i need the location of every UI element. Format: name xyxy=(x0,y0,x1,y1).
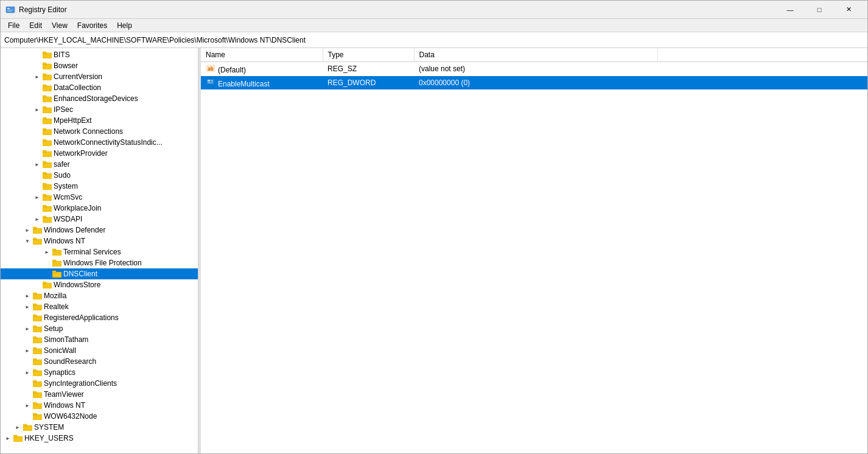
tree-item-windowsnt[interactable]: ▼ Windows NT xyxy=(1,236,198,246)
tree-label-mpehttpext: MpeHttpExt xyxy=(54,115,92,126)
tree-item-wcmsvc[interactable]: ► WcmSvc xyxy=(1,192,198,203)
expand-arrow-windowsnt[interactable]: ▼ xyxy=(23,236,32,246)
tree-item-workplacejoin[interactable]: WorkplaceJoin xyxy=(1,203,198,214)
tree-item-wow6432node[interactable]: WOW6432Node xyxy=(1,411,198,422)
folder-icon-enhancedstoragedevices xyxy=(42,94,52,103)
tree-item-synaptics[interactable]: ► Synaptics xyxy=(1,367,198,378)
tree-item-dnsclient[interactable]: DNSClient xyxy=(1,268,198,279)
tree-item-system[interactable]: System xyxy=(1,181,198,192)
tree-label-wcmsvc: WcmSvc xyxy=(54,192,82,203)
detail-row-default[interactable]: ab (Default)REG_SZ(value not set) xyxy=(201,62,867,76)
folder-icon-setup xyxy=(32,324,42,333)
expand-arrow-setup[interactable]: ► xyxy=(23,324,32,334)
tree-label-soundresearch: SoundResearch xyxy=(44,356,96,367)
expand-arrow-system2[interactable]: ► xyxy=(13,422,23,432)
col-name[interactable]: Name xyxy=(201,48,323,62)
folder-icon-terminalservices xyxy=(52,248,61,256)
menu-edit[interactable]: Edit xyxy=(24,20,47,31)
tree-item-currentversion[interactable]: ► CurrentVersion xyxy=(1,71,198,82)
folder-icon-wow6432node xyxy=(32,412,42,421)
tree-pane[interactable]: BITS Bowser► CurrentVersion DataCollecti… xyxy=(1,48,198,453)
col-data[interactable]: Data xyxy=(414,48,657,62)
folder-icon-mpehttpext xyxy=(42,116,52,125)
tree-item-mpehttpext[interactable]: MpeHttpExt xyxy=(1,115,198,126)
folder-icon-synaptics xyxy=(32,368,42,377)
tree-label-sonicwall: SonicWall xyxy=(44,345,76,356)
expand-arrow-mozilla[interactable]: ► xyxy=(23,291,32,301)
close-button[interactable]: ✕ xyxy=(835,1,863,19)
detail-header-row: Name Type Data xyxy=(201,48,867,62)
tree-item-bowser[interactable]: Bowser xyxy=(1,60,198,71)
tree-label-registeredapplications: RegisteredApplications xyxy=(44,312,119,323)
folder-icon-wcmsvc xyxy=(42,193,52,201)
expand-arrow-wow6432node xyxy=(23,411,32,421)
tree-item-setup[interactable]: ► Setup xyxy=(1,323,198,334)
tree-item-wsdapi[interactable]: ► WSDAPI xyxy=(1,214,198,225)
expand-arrow-wcmsvc[interactable]: ► xyxy=(32,192,42,202)
tree-item-system2[interactable]: ► SYSTEM xyxy=(1,422,198,433)
expand-arrow-syncintegrationclients xyxy=(23,379,32,388)
menu-file[interactable]: File xyxy=(3,20,24,31)
tree-item-terminalservices[interactable]: ► Terminal Services xyxy=(1,246,198,257)
tree-item-networkconnectivitystatusindicator[interactable]: NetworkConnectivityStatusIndic... xyxy=(1,137,198,148)
menu-view[interactable]: View xyxy=(47,20,72,31)
tree-label-workplacejoin: WorkplaceJoin xyxy=(54,203,101,214)
main-window: Registry Editor — □ ✕ File Edit View Fav… xyxy=(0,0,868,454)
detail-cell-empty-default xyxy=(657,62,867,76)
expand-arrow-currentversion[interactable]: ► xyxy=(32,72,42,82)
detail-cell-data-default: (value not set) xyxy=(414,62,657,76)
tree-item-windowsstore[interactable]: WindowsStore xyxy=(1,279,198,290)
detail-row-enablemulticast[interactable]: EnableMulticastREG_DWORD0x00000000 (0) xyxy=(201,76,867,90)
svg-rect-48 xyxy=(43,205,46,207)
expand-arrow-synaptics[interactable]: ► xyxy=(23,368,32,377)
expand-arrow-realtek[interactable]: ► xyxy=(23,302,32,312)
expand-arrow-ipsec[interactable]: ► xyxy=(32,105,42,114)
expand-arrow-terminalservices[interactable]: ► xyxy=(42,247,52,257)
tree-item-datacollection[interactable]: DataCollection xyxy=(1,82,198,93)
expand-arrow-sonicwall[interactable]: ► xyxy=(23,346,32,355)
tree-item-sudo[interactable]: Sudo xyxy=(1,170,198,181)
tree-item-networkconnections[interactable]: Network Connections xyxy=(1,126,198,137)
tree-item-bits[interactable]: BITS xyxy=(1,49,198,60)
folder-icon-currentversion xyxy=(42,72,52,81)
tree-item-teamviewer[interactable]: TeamViewer xyxy=(1,389,198,400)
tree-item-hkeyusers[interactable]: ► HKEY_USERS xyxy=(1,433,198,444)
expand-arrow-safer[interactable]: ► xyxy=(32,159,42,169)
svg-rect-75 xyxy=(33,304,37,306)
tree-item-sonicwall[interactable]: ► SonicWall xyxy=(1,345,198,356)
col-type[interactable]: Type xyxy=(323,48,414,62)
expand-arrow-windowsdefender[interactable]: ► xyxy=(23,225,32,235)
tree-item-mozilla[interactable]: ► Mozilla xyxy=(1,290,198,301)
tree-item-enhancedstoragedevices[interactable]: EnhancedStorageDevices xyxy=(1,93,198,104)
minimize-button[interactable]: — xyxy=(776,1,804,19)
tree-item-simontatham[interactable]: SimonTatham xyxy=(1,334,198,345)
tree-item-windowsdefender[interactable]: ► Windows Defender xyxy=(1,225,198,236)
tree-item-registeredapplications[interactable]: RegisteredApplications xyxy=(1,312,198,323)
tree-item-safer[interactable]: ► safer xyxy=(1,159,198,170)
title-text: Registry Editor xyxy=(19,5,67,14)
tree-item-syncintegrationclients[interactable]: SyncIntegrationClients xyxy=(1,378,198,389)
tree-item-windowsnt2[interactable]: ► Windows NT xyxy=(1,400,198,411)
tree-item-networkprovider[interactable]: NetworkProvider xyxy=(1,148,198,159)
detail-cell-name-default: ab (Default) xyxy=(201,62,323,76)
svg-rect-9 xyxy=(43,63,46,65)
expand-arrow-networkconnectivitystatusindicator xyxy=(32,138,42,147)
svg-rect-93 xyxy=(33,369,37,371)
maximize-button[interactable]: □ xyxy=(805,1,833,19)
menu-favorites[interactable]: Favorites xyxy=(72,20,112,31)
expand-arrow-networkprovider xyxy=(32,148,42,158)
tree-label-setup: Setup xyxy=(44,323,63,334)
expand-arrow-windowsnt2[interactable]: ► xyxy=(23,400,32,410)
folder-icon-hkeyusers xyxy=(13,434,23,442)
menu-help[interactable]: Help xyxy=(112,20,137,31)
expand-arrow-wsdapi[interactable]: ► xyxy=(32,214,42,224)
folder-icon-bits xyxy=(42,51,52,59)
tree-item-windowsfileprotection[interactable]: Windows File Protection xyxy=(1,257,198,268)
folder-icon-windowsnt2 xyxy=(32,401,42,410)
svg-rect-2 xyxy=(7,10,13,10)
folder-icon-realtek xyxy=(32,302,42,311)
tree-item-realtek[interactable]: ► Realtek xyxy=(1,301,198,312)
tree-item-soundresearch[interactable]: SoundResearch xyxy=(1,356,198,367)
tree-item-ipsec[interactable]: ► IPSec xyxy=(1,104,198,115)
expand-arrow-hkeyusers[interactable]: ► xyxy=(3,433,13,443)
